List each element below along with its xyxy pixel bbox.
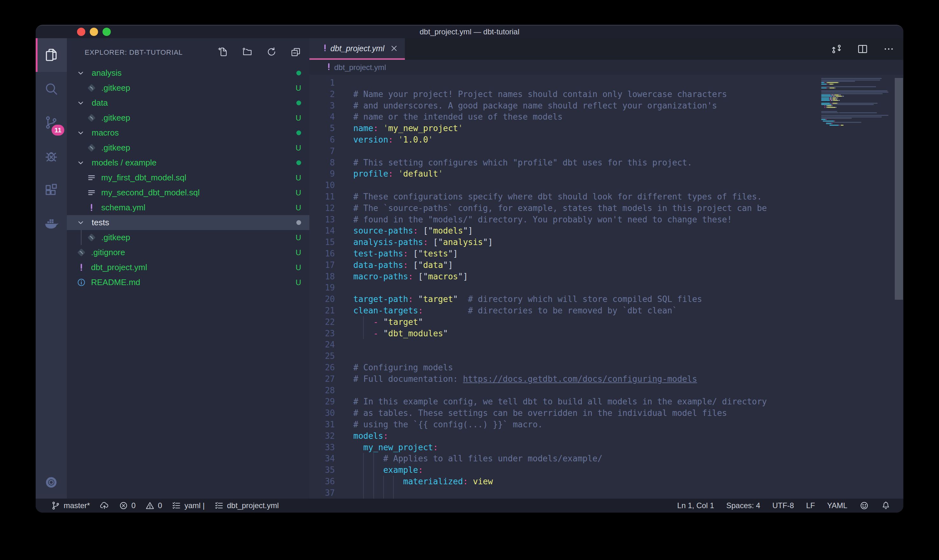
activity-item-explorer[interactable]: [35, 38, 67, 72]
extensions-icon: [44, 182, 59, 198]
editor-scrollbar: [894, 75, 904, 499]
explorer-actions: [215, 44, 304, 60]
tree-item--gitignore[interactable]: .gitignoreU: [67, 245, 309, 260]
tree-item-data[interactable]: data: [67, 95, 309, 111]
status-language-mode[interactable]: YAML: [827, 501, 847, 510]
status-git-branch-indicator[interactable]: master*: [51, 501, 90, 510]
tree-item-macros[interactable]: macros: [67, 125, 309, 140]
line-number: 19: [309, 282, 335, 293]
line-number: 20: [309, 293, 335, 305]
code-line-9: 9profile: 'default': [309, 168, 904, 180]
tree-item-label: my_first_dbt_model.sql: [101, 170, 186, 185]
code-line-7: 7: [309, 145, 904, 157]
tree-item-schema-yml[interactable]: schema.ymlU: [67, 200, 309, 215]
tree-item-my-second-dbt-model-sql[interactable]: my_second_dbt_model.sqlU: [67, 185, 309, 200]
tree-item-readme-md[interactable]: README.mdU: [67, 275, 309, 290]
code-line-10: 10: [309, 180, 904, 191]
search-icon: [44, 81, 59, 96]
collapse-folders-button[interactable]: [288, 44, 304, 60]
tree-item--gitkeep[interactable]: .gitkeepU: [67, 111, 309, 125]
activity-item-docker[interactable]: [35, 207, 67, 240]
code-line-36: 36 materialized: view: [309, 476, 904, 487]
line-number: 6: [309, 134, 335, 145]
scrollbar-thumb[interactable]: [895, 78, 903, 300]
open-changes-button[interactable]: [830, 43, 843, 55]
explorer-title: EXPLORER: DBT-TUTORIAL: [85, 48, 183, 57]
code-line-6: 6version: '1.0.0': [309, 134, 904, 145]
files-icon: [44, 48, 59, 63]
activity-item-extensions[interactable]: [35, 173, 67, 207]
tree-item-label: .gitignore: [91, 245, 125, 260]
chevron-down-icon: [76, 69, 85, 77]
git-status-dot: [296, 95, 301, 111]
code-line-17: 17data-paths: ["data"]: [309, 259, 904, 271]
code-line-19: 19: [309, 282, 904, 293]
status-eol[interactable]: LF: [806, 501, 815, 510]
explorer-header: EXPLORER: DBT-TUTORIAL: [67, 38, 309, 66]
activity-item-search[interactable]: [35, 72, 67, 106]
code-line-33: 33 my_new_project:: [309, 442, 904, 453]
git-icon: [86, 232, 97, 243]
status-publish-changes[interactable]: [100, 501, 109, 510]
code-line-18: 18macro-paths: ["macros"]: [309, 271, 904, 282]
git-file-icon: [86, 232, 97, 244]
open-changes-icon: [831, 43, 842, 55]
code-line-22: 22 - "target": [309, 316, 904, 328]
minimap[interactable]: [821, 77, 894, 204]
split-editor-button[interactable]: [856, 43, 869, 55]
debug-icon: [44, 149, 59, 164]
new-file-button[interactable]: [215, 44, 231, 60]
collapse-all-icon: [290, 46, 301, 57]
line-number: 17: [309, 259, 335, 271]
activity-item-source-control[interactable]: 11: [35, 106, 67, 139]
chevron-down-icon: [76, 98, 85, 107]
chevron-down-icon: [76, 129, 85, 137]
code-editor[interactable]: 12# Name your project! Project names sho…: [309, 75, 904, 499]
git-untracked-badge: U: [296, 140, 301, 155]
tree-item--gitkeep[interactable]: .gitkeepU: [67, 80, 309, 95]
sql-icon: [86, 188, 97, 198]
tree-item-analysis[interactable]: analysis: [67, 66, 309, 80]
status-feedback[interactable]: [859, 501, 869, 510]
tree-item--gitkeep[interactable]: .gitkeepU: [67, 230, 309, 245]
chevron-down-icon: [76, 218, 85, 227]
status-errors-indicator[interactable]: 0: [119, 501, 135, 510]
more-actions-button[interactable]: [882, 43, 895, 55]
warning-triangle-icon: [145, 501, 155, 510]
code-line-8: 8# This setting configures which "profil…: [309, 157, 904, 168]
status-encoding[interactable]: UTF-8: [772, 501, 794, 510]
new-folder-button[interactable]: [239, 44, 255, 60]
git-file-icon: [86, 143, 97, 154]
tree-item-my-first-dbt-model-sql[interactable]: my_first_dbt_model.sqlU: [67, 170, 309, 185]
activity-item-settings[interactable]: [35, 466, 67, 499]
status-warnings-indicator[interactable]: 0: [145, 501, 162, 510]
breadcrumb-item-file[interactable]: dbt_project.yml: [334, 60, 386, 75]
code-line-13: 13# found in the "models/" directory. Yo…: [309, 214, 904, 225]
status-yaml-schema-indicator[interactable]: yaml |: [172, 501, 205, 510]
sql-icon: [86, 173, 97, 183]
line-number: 13: [309, 214, 335, 225]
line-number: 28: [309, 385, 335, 396]
status-indentation[interactable]: Spaces: 4: [727, 501, 760, 510]
status-notifications[interactable]: [881, 501, 891, 510]
tab-bar: dbt_project.yml: [309, 38, 904, 60]
status-yaml-file-indicator[interactable]: dbt_project.yml: [214, 501, 279, 510]
status-cursor-position[interactable]: Ln 1, Col 1: [677, 501, 714, 510]
explorer-sidebar: EXPLORER: DBT-TUTORIAL analysis.gitkeepU…: [67, 38, 309, 499]
chevron-down-icon: [76, 129, 85, 138]
code-line-20: 20target-path: "target" # directory whic…: [309, 293, 904, 305]
tree-item-tests[interactable]: tests: [67, 215, 309, 230]
window-title: dbt_project.yml — dbt-tutorial: [35, 25, 904, 38]
tab-dbt-project-yml[interactable]: dbt_project.yml: [309, 38, 405, 60]
git-status-dot: [296, 125, 301, 140]
tree-item-dbt-project-yml[interactable]: dbt_project.ymlU: [67, 260, 309, 275]
close-tab-icon[interactable]: [389, 44, 399, 54]
git-status-dot: [296, 215, 301, 230]
tree-item--gitkeep[interactable]: .gitkeepU: [67, 140, 309, 155]
new-file-icon: [218, 46, 229, 57]
tree-item-label: .gitkeep: [101, 230, 130, 245]
line-number: 14: [309, 225, 335, 236]
tree-item-models-example[interactable]: models / example: [67, 155, 309, 170]
refresh-explorer-button[interactable]: [263, 44, 279, 60]
activity-item-debug[interactable]: [35, 139, 67, 173]
